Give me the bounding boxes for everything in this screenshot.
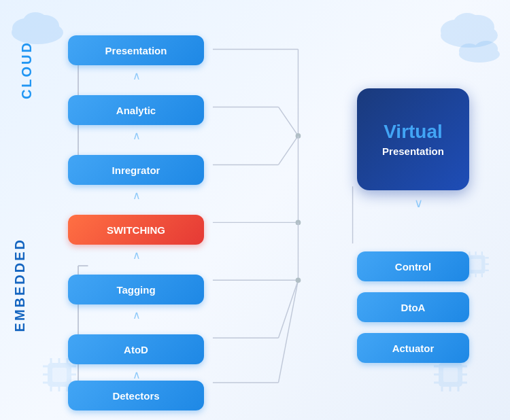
atod-box: AtoD [68, 334, 204, 364]
embedded-label: EMBEDDED [12, 238, 28, 332]
dtoa-box: DtoA [357, 292, 469, 322]
chevron-4: ∧ [126, 249, 147, 262]
svg-point-3 [23, 12, 48, 31]
presentation-box: Presentation [68, 35, 204, 65]
svg-rect-40 [471, 259, 481, 270]
svg-rect-12 [52, 368, 67, 382]
svg-point-62 [296, 220, 301, 226]
actuator-box: Actuator [357, 333, 469, 363]
virtual-presentation-box: Virtual Presentation [357, 88, 469, 190]
control-box: Control [357, 251, 469, 281]
tagging-box: Tagging [68, 275, 204, 304]
virtual-subtitle: Presentation [382, 145, 444, 157]
diagram-container: Presentation ∧ Analytic ∧ Inregrator ∧ S… [68, 20, 469, 401]
svg-line-68 [278, 280, 298, 383]
chevron-2: ∧ [126, 129, 147, 142]
virtual-title: Virtual [384, 122, 443, 143]
svg-line-56 [278, 107, 298, 135]
switching-box: SWITCHING [68, 215, 204, 245]
chevron-6: ∧ [126, 368, 147, 381]
svg-line-58 [278, 136, 298, 164]
chevron-1: ∧ [126, 69, 147, 82]
analytic-box: Analytic [68, 95, 204, 125]
cloud-decor-1 [7, 7, 68, 47]
integrator-box: Inregrator [68, 155, 204, 185]
chevron-virtual-down: ∨ [414, 196, 423, 211]
svg-point-10 [475, 41, 498, 57]
cloud-label: CLOUD [19, 41, 35, 99]
detectors-box: Detectors [68, 381, 204, 410]
svg-line-66 [278, 280, 298, 338]
svg-point-69 [296, 277, 301, 283]
chevron-5: ∧ [126, 309, 147, 321]
chevron-3: ∧ [126, 189, 147, 202]
svg-point-59 [296, 133, 301, 139]
